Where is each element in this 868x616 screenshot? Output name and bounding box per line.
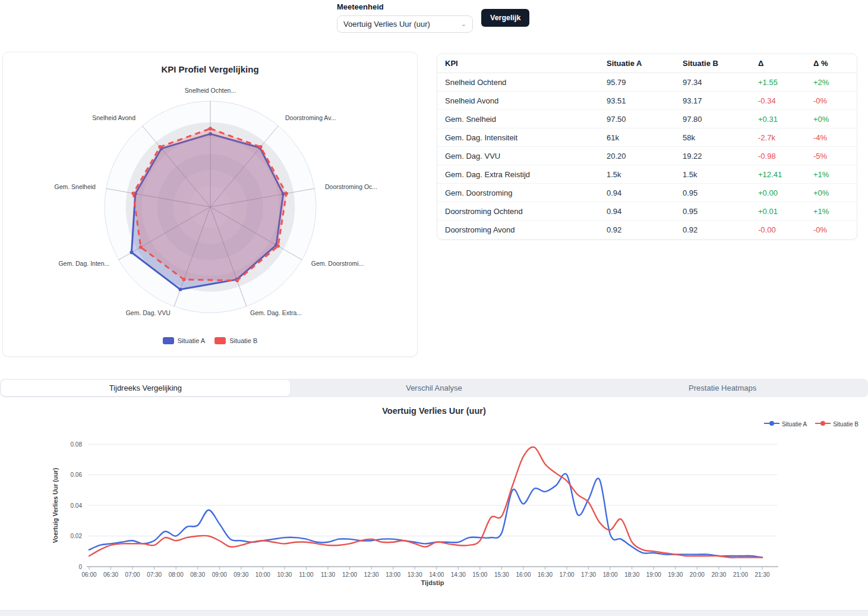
svg-text:Voertuig Verlies Uur (uur): Voertuig Verlies Uur (uur) bbox=[52, 468, 59, 543]
cell-kpi: Doorstroming Ochtend bbox=[445, 207, 607, 216]
tab-prestatie-heatmaps[interactable]: Prestatie Heatmaps bbox=[578, 380, 867, 396]
table-row: Gem. Dag. Intensiteit61k58k-2.7k-4% bbox=[437, 128, 857, 147]
svg-text:Doorstroming Av...: Doorstroming Av... bbox=[285, 114, 336, 121]
svg-text:08:00: 08:00 bbox=[169, 571, 184, 578]
cell-situatie-a: 0.92 bbox=[607, 225, 683, 234]
situatie-a-swatch bbox=[163, 337, 174, 344]
tab-verschil-analyse[interactable]: Verschil Analyse bbox=[290, 380, 579, 396]
svg-text:07:30: 07:30 bbox=[147, 571, 162, 578]
svg-text:10:00: 10:00 bbox=[255, 571, 270, 578]
svg-text:16:30: 16:30 bbox=[538, 571, 553, 578]
cell-delta-pct: +0% bbox=[813, 115, 857, 124]
svg-text:13:00: 13:00 bbox=[386, 571, 400, 578]
column-header-situatie-b: Situatie B bbox=[683, 59, 758, 68]
svg-text:Gem. Dag. VVU: Gem. Dag. VVU bbox=[126, 309, 171, 316]
svg-text:18:30: 18:30 bbox=[624, 571, 639, 578]
column-header-delta-pct: Δ % bbox=[813, 59, 857, 68]
column-header-delta: Δ bbox=[758, 59, 813, 68]
timeseries-chart: 00.020.040.060.0806:0006:3007:0007:3008:… bbox=[0, 395, 868, 603]
cell-situatie-a: 95.79 bbox=[607, 78, 683, 87]
cell-kpi: Gem. Dag. VVU bbox=[445, 152, 607, 161]
cell-delta: +12.41 bbox=[758, 170, 813, 179]
legend-label: Situatie A bbox=[178, 337, 205, 344]
cell-situatie-a: 1.5k bbox=[607, 170, 683, 179]
svg-text:14:30: 14:30 bbox=[451, 571, 466, 578]
svg-text:0.08: 0.08 bbox=[71, 441, 83, 448]
legend-item-situatie-b[interactable]: Situatie B bbox=[214, 337, 257, 344]
svg-text:10:30: 10:30 bbox=[277, 571, 292, 578]
bottom-strip bbox=[0, 610, 868, 616]
cell-delta: -0.00 bbox=[758, 225, 813, 234]
svg-text:07:00: 07:00 bbox=[125, 571, 140, 578]
cell-delta: +0.00 bbox=[758, 188, 813, 197]
table-row: Gem. Doorstroming0.940.95+0.00+0% bbox=[437, 184, 857, 202]
table-row: Gem. Snelheid97.5097.80+0.31+0% bbox=[437, 110, 857, 128]
svg-text:21:30: 21:30 bbox=[755, 571, 769, 578]
cell-delta: -0.34 bbox=[758, 96, 813, 105]
svg-text:06:30: 06:30 bbox=[103, 571, 118, 578]
vergelijk-button[interactable]: Vergelijk bbox=[481, 9, 529, 27]
radar-legend: Situatie A Situatie B bbox=[3, 337, 417, 344]
svg-text:20:00: 20:00 bbox=[690, 571, 705, 578]
svg-text:Gem. Dag. Inten...: Gem. Dag. Inten... bbox=[58, 260, 109, 267]
cell-situatie-b: 97.34 bbox=[683, 78, 758, 87]
cell-delta-pct: -0% bbox=[813, 96, 857, 105]
measure-label: Meeteenheid bbox=[337, 2, 473, 11]
legend-label: Situatie B bbox=[229, 337, 257, 344]
meeteenheid-selected-value: Voertuig Verlies Uur (uur) bbox=[343, 20, 430, 29]
cell-delta-pct: -4% bbox=[813, 133, 857, 142]
svg-text:0.04: 0.04 bbox=[71, 502, 83, 509]
svg-text:Snelheid Avond: Snelheid Avond bbox=[92, 114, 135, 121]
svg-text:Gem. Snelheid: Gem. Snelheid bbox=[55, 183, 96, 190]
svg-text:12:00: 12:00 bbox=[342, 571, 357, 578]
cell-kpi: Snelheid Ochtend bbox=[445, 78, 607, 87]
svg-text:Gem. Doorstromi...: Gem. Doorstromi... bbox=[311, 260, 364, 267]
cell-delta-pct: -5% bbox=[813, 152, 857, 161]
cell-situatie-b: 93.17 bbox=[683, 96, 758, 105]
table-row: Doorstroming Ochtend0.940.95+0.01+1% bbox=[437, 202, 857, 221]
table-header: KPI Situatie A Situatie B Δ Δ % bbox=[437, 54, 857, 73]
cell-delta-pct: +0% bbox=[813, 188, 857, 197]
cell-situatie-a: 0.94 bbox=[607, 207, 683, 216]
table-row: Gem. Dag. VVU20.2019.22-0.98-5% bbox=[437, 147, 857, 165]
tab-bar: Tijdreeks Vergelijking Verschil Analyse … bbox=[0, 379, 868, 397]
legend-item-situatie-a[interactable]: Situatie A bbox=[163, 337, 205, 344]
cell-delta-pct: +1% bbox=[813, 207, 857, 216]
cell-delta: +0.31 bbox=[758, 115, 813, 124]
svg-text:0: 0 bbox=[78, 564, 82, 570]
cell-kpi: Snelheid Avond bbox=[445, 96, 607, 105]
radar-card: KPI Profiel Vergelijking Snelheid Ochten… bbox=[2, 52, 418, 357]
svg-text:11:30: 11:30 bbox=[321, 571, 336, 578]
svg-text:12:30: 12:30 bbox=[364, 571, 379, 578]
cell-situatie-a: 61k bbox=[607, 133, 683, 142]
svg-text:Doorstroming Oc...: Doorstroming Oc... bbox=[325, 183, 377, 190]
cell-delta: +1.55 bbox=[758, 78, 813, 87]
svg-text:0.06: 0.06 bbox=[71, 472, 83, 478]
svg-text:Snelheid Ochten...: Snelheid Ochten... bbox=[185, 87, 236, 94]
svg-text:15:00: 15:00 bbox=[472, 571, 487, 578]
table-row: Doorstroming Avond0.920.92-0.00-0% bbox=[437, 221, 857, 239]
table-row: Gem. Dag. Extra Reistijd1.5k1.5k+12.41+1… bbox=[437, 165, 857, 184]
tab-tijdreeks-vergelijking[interactable]: Tijdreeks Vergelijking bbox=[1, 380, 290, 396]
cell-situatie-a: 20.20 bbox=[607, 152, 683, 161]
cell-delta: -0.98 bbox=[758, 152, 813, 161]
cell-kpi: Gem. Dag. Extra Reistijd bbox=[445, 170, 607, 179]
svg-text:Tijdstip: Tijdstip bbox=[421, 579, 444, 586]
svg-text:17:30: 17:30 bbox=[581, 571, 596, 578]
svg-text:13:30: 13:30 bbox=[408, 571, 422, 578]
meeteenheid-select[interactable]: Voertuig Verlies Uur (uur) ⌄ bbox=[337, 15, 473, 33]
svg-text:09:30: 09:30 bbox=[233, 571, 248, 578]
radar-chart-title: KPI Profiel Vergelijking bbox=[3, 64, 417, 74]
svg-text:19:30: 19:30 bbox=[668, 571, 683, 578]
svg-text:0.02: 0.02 bbox=[71, 533, 83, 539]
cell-situatie-a: 93.51 bbox=[607, 96, 683, 105]
table-body: Snelheid Ochtend95.7997.34+1.55+2%Snelhe… bbox=[437, 73, 857, 239]
toolbar: Meeteenheid Voertuig Verlies Uur (uur) ⌄… bbox=[337, 2, 529, 33]
cell-kpi: Gem. Doorstroming bbox=[445, 188, 607, 197]
svg-text:16:00: 16:00 bbox=[516, 571, 531, 578]
radar-chart: Snelheid Ochten...Doorstroming Av...Door… bbox=[3, 77, 418, 341]
measure-field: Meeteenheid Voertuig Verlies Uur (uur) ⌄ bbox=[337, 2, 473, 33]
svg-text:09:00: 09:00 bbox=[212, 571, 227, 578]
svg-text:18:00: 18:00 bbox=[603, 571, 618, 578]
table-row: Snelheid Ochtend95.7997.34+1.55+2% bbox=[437, 73, 857, 92]
